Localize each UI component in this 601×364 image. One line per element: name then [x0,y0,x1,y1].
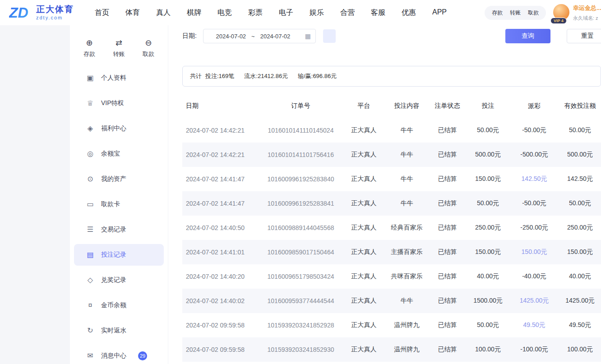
cell-order-number: 1016009961925283841 [259,200,342,207]
nav-item[interactable]: 娱乐 [310,8,324,18]
column-header: 有效投注额 [559,102,601,110]
quick-action[interactable]: ⊖ 取款 [143,39,154,58]
cell-date: 2024-07-02 14:40:02 [182,297,259,304]
cell-valid-amount: 100.00元 [559,346,601,354]
sidebar-item-profile[interactable]: ▣ 个人资料 [74,67,164,89]
quick-range-button[interactable] [354,29,366,43]
cell-valid-amount: 50.00元 [559,126,601,134]
cell-valid-amount: 50.00元 [559,199,601,207]
sidebar-item-bet-records[interactable]: ▤ 投注记录 [74,244,164,266]
column-header: 投注 [467,102,509,110]
vip-crown-icon: ♕ [86,100,95,107]
cell-bet-amount: 50.00元 [467,321,509,329]
sidebar-item-withdraw-card[interactable]: ▭ 取款卡 [74,194,164,215]
bet-records-icon: ▤ [86,251,95,258]
cell-platform: 正大真人 [342,175,385,183]
sidebar-item-gold-balance[interactable]: ¤ 金币余额 [74,295,164,316]
cell-bet-content: 主播百家乐 [385,248,428,256]
sidebar-item-redeem-records[interactable]: ◇ 兑奖记录 [74,269,164,291]
nav-item[interactable]: 客服 [371,8,385,18]
column-header: 订单号 [259,102,342,110]
cell-order-number: 1016009651798503424 [259,273,342,280]
summary-winloss: 输/赢:696.86元 [298,72,337,80]
cell-platform: 正大真人 [342,297,385,305]
sidebar-item-yuebao[interactable]: ◎ 余额宝 [74,143,164,165]
date-range-input[interactable]: 2024-07-02 ~ 2024-07-02 ▦ [203,29,316,43]
cell-platform: 正大真人 [342,151,385,159]
table-row: 2024-07-02 09:59:58 1015939203241852930 … [182,337,601,362]
nav-item[interactable]: 棋牌 [187,8,201,18]
brand-logo[interactable]: ZD 正大体育 zdty.com [9,4,74,22]
quick-action[interactable]: ⊕ 存款 [83,39,95,58]
cell-payout: -50.00元 [509,199,559,207]
cell-bet-amount: 50.00元 [467,126,509,134]
cell-bet-amount: 50.00元 [467,199,509,207]
cell-platform: 正大真人 [342,272,385,281]
transactions-icon: ☰ [86,226,95,233]
header-quick-link[interactable]: 取款 [528,9,539,17]
username: 幸运金总... [573,4,601,12]
quick-range-button[interactable] [323,29,336,43]
sidebar-item-messages[interactable]: ✉ 消息中心 29 [74,345,164,364]
cell-valid-amount: 142.50元 [559,175,601,183]
sidebar-item-label: 投注记录 [101,251,126,259]
nav-item[interactable]: 合营 [340,8,355,18]
avatar[interactable]: VIP 4 [553,4,569,20]
column-header: 投注内容 [385,102,428,110]
nav-item[interactable]: 真人 [156,8,171,18]
cell-bet-content: 牛牛 [385,297,428,305]
gold-coin-icon: ¤ [86,302,95,309]
header-quick-link[interactable]: 转账 [510,9,521,17]
cell-bet-amount: 150.00元 [467,175,509,183]
reset-button[interactable]: 重置 [567,29,601,43]
sidebar-item-benefits[interactable]: ◈ 福利中心 [74,118,164,139]
nav-item[interactable]: 体育 [125,8,140,18]
summary-bar: 共计 投注:169笔 流水:21412.86元 输/赢:696.86元 [182,66,601,87]
withdraw-icon: ⊖ [145,39,152,47]
cell-valid-amount: 40.00元 [559,272,601,281]
nav-item[interactable]: 彩票 [248,8,263,18]
main-content: 日期: 2024-07-02 ~ 2024-07-02 ▦ 查询 重置 共计 投… [168,25,601,364]
message-icon: ✉ [86,352,95,359]
table-row: 2024-07-02 14:40:20 1016009651798503424 … [182,264,601,289]
table-header-row: 日期订单号平台投注内容注单状态投注派彩有效投注额 [182,94,601,118]
sidebar-item-rebate[interactable]: ↻ 实时返水 [74,320,164,341]
nav-item[interactable]: 电竞 [217,8,232,18]
cell-date: 2024-07-02 14:42:21 [182,127,259,134]
calendar-icon[interactable]: ▦ [305,32,311,40]
cell-bet-amount: 40.00元 [467,272,509,281]
sidebar-item-vip[interactable]: ♕ VIP特权 [74,92,164,114]
header-right: 存款转账取款 VIP 4 幸运金总... 永久域名: z [485,4,601,22]
domain-note: 永久域名: z [573,15,601,22]
table-row: 2024-07-02 14:41:47 1016009961925283841 … [182,191,601,216]
query-button[interactable]: 查询 [505,29,550,43]
sidebar-item-transactions[interactable]: ☰ 交易记录 [74,219,164,240]
sidebar-item-label: 福利中心 [101,124,126,133]
cell-order-number: 1015939203241852930 [259,346,342,353]
quick-range-button[interactable] [369,29,382,43]
cell-valid-amount: 1425.00元 [559,297,601,305]
top-header: ZD 正大体育 zdty.com 首页体育真人棋牌电竞彩票电子娱乐合营客服优惠A… [0,0,601,25]
cell-platform: 正大真人 [342,126,385,134]
deposit-icon: ⊕ [86,39,92,47]
header-quick-link[interactable]: 存款 [492,9,503,17]
nav-item[interactable]: APP [432,8,447,18]
nav-item[interactable]: 优惠 [402,8,416,18]
bet-records-table: 日期订单号平台投注内容注单状态投注派彩有效投注额 2024-07-02 14:4… [182,94,601,362]
gift-icon: ◈ [86,125,95,132]
cell-payout: -250.00元 [509,224,559,232]
nav-item[interactable]: 电子 [279,8,293,18]
quick-range-button[interactable] [338,29,351,43]
cell-bet-amount: 100.00元 [467,346,509,354]
column-header: 日期 [182,102,259,110]
brand-mark-icon: ZD [9,4,32,22]
nav-item[interactable]: 首页 [95,8,109,18]
cell-payout: -40.00元 [509,272,559,281]
cell-platform: 正大真人 [342,346,385,354]
sidebar-item-assets[interactable]: ⊙ 我的资产 [74,168,164,190]
quick-action[interactable]: ⇄ 转账 [113,39,125,58]
summary-turnover: 流水:21412.86元 [244,72,288,80]
cell-status: 已结算 [428,175,467,183]
cell-platform: 正大真人 [342,199,385,207]
table-row: 2024-07-02 09:59:58 1015939203241852928 … [182,313,601,337]
